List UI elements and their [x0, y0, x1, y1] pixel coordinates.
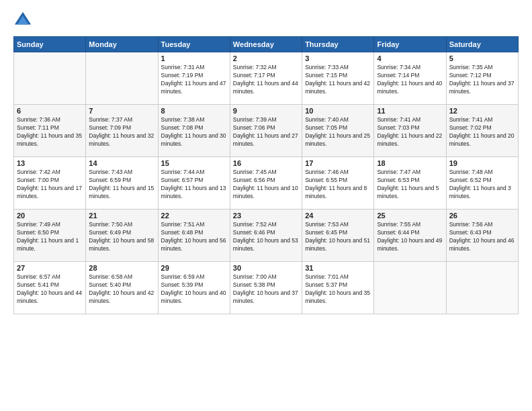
calendar-week-5: 27Sunrise: 6:57 AM Sunset: 5:41 PM Dayli…: [14, 262, 519, 314]
day-number: 17: [305, 159, 371, 167]
day-info: Sunrise: 7:40 AM Sunset: 7:05 PM Dayligh…: [305, 116, 371, 148]
day-number: 13: [17, 159, 83, 167]
day-info: Sunrise: 7:41 AM Sunset: 7:03 PM Dayligh…: [377, 116, 443, 148]
calendar-cell: 8Sunrise: 7:38 AM Sunset: 7:08 PM Daylig…: [158, 105, 230, 157]
day-number: 15: [161, 159, 227, 167]
calendar-week-3: 13Sunrise: 7:42 AM Sunset: 7:00 PM Dayli…: [14, 157, 519, 210]
calendar-cell: 7Sunrise: 7:37 AM Sunset: 7:09 PM Daylig…: [86, 105, 158, 157]
calendar-cell: 14Sunrise: 7:43 AM Sunset: 6:59 PM Dayli…: [86, 157, 158, 210]
day-number: 16: [233, 159, 299, 167]
day-info: Sunrise: 7:39 AM Sunset: 7:06 PM Dayligh…: [233, 116, 299, 148]
day-info: Sunrise: 7:43 AM Sunset: 6:59 PM Dayligh…: [89, 169, 154, 201]
weekday-header-thursday: Thursday: [302, 37, 374, 52]
calendar-cell: 28Sunrise: 6:58 AM Sunset: 5:40 PM Dayli…: [86, 262, 158, 314]
weekday-header-friday: Friday: [374, 37, 446, 52]
day-info: Sunrise: 7:01 AM Sunset: 5:37 PM Dayligh…: [305, 273, 371, 306]
day-number: 23: [233, 212, 299, 220]
calendar-cell: 30Sunrise: 7:00 AM Sunset: 5:38 PM Dayli…: [230, 262, 302, 314]
day-info: Sunrise: 6:59 AM Sunset: 5:39 PM Dayligh…: [161, 273, 227, 306]
page: SundayMondayTuesdayWednesdayThursdayFrid…: [0, 0, 532, 411]
weekday-header-row: SundayMondayTuesdayWednesdayThursdayFrid…: [14, 37, 519, 52]
day-info: Sunrise: 7:00 AM Sunset: 5:38 PM Dayligh…: [233, 273, 299, 306]
day-info: Sunrise: 7:38 AM Sunset: 7:08 PM Dayligh…: [161, 116, 227, 148]
day-info: Sunrise: 7:45 AM Sunset: 6:56 PM Dayligh…: [233, 169, 299, 201]
calendar-cell: 12Sunrise: 7:41 AM Sunset: 7:02 PM Dayli…: [446, 105, 518, 157]
day-info: Sunrise: 7:46 AM Sunset: 6:55 PM Dayligh…: [305, 169, 371, 201]
calendar-cell: [374, 262, 446, 314]
day-number: 22: [161, 212, 227, 220]
logo: [13, 11, 35, 30]
calendar-cell: 4Sunrise: 7:34 AM Sunset: 7:14 PM Daylig…: [374, 52, 446, 105]
day-number: 31: [305, 264, 371, 272]
day-info: Sunrise: 7:53 AM Sunset: 6:45 PM Dayligh…: [305, 221, 371, 253]
day-info: Sunrise: 7:51 AM Sunset: 6:48 PM Dayligh…: [161, 221, 227, 253]
calendar-cell: 20Sunrise: 7:49 AM Sunset: 6:50 PM Dayli…: [14, 210, 86, 262]
calendar-cell: 13Sunrise: 7:42 AM Sunset: 7:00 PM Dayli…: [14, 157, 86, 210]
calendar-cell: [86, 52, 158, 105]
day-number: 1: [161, 54, 227, 62]
calendar-cell: 27Sunrise: 6:57 AM Sunset: 5:41 PM Dayli…: [14, 262, 86, 314]
day-number: 5: [449, 54, 515, 62]
day-info: Sunrise: 7:42 AM Sunset: 7:00 PM Dayligh…: [17, 169, 83, 201]
day-info: Sunrise: 6:58 AM Sunset: 5:40 PM Dayligh…: [89, 273, 154, 306]
calendar-cell: 26Sunrise: 7:56 AM Sunset: 6:43 PM Dayli…: [446, 210, 518, 262]
day-number: 19: [449, 159, 515, 167]
day-info: Sunrise: 7:55 AM Sunset: 6:44 PM Dayligh…: [377, 221, 443, 253]
calendar-cell: 2Sunrise: 7:32 AM Sunset: 7:17 PM Daylig…: [230, 52, 302, 105]
day-info: Sunrise: 7:32 AM Sunset: 7:17 PM Dayligh…: [233, 64, 299, 96]
calendar-cell: 17Sunrise: 7:46 AM Sunset: 6:55 PM Dayli…: [302, 157, 374, 210]
day-info: Sunrise: 7:47 AM Sunset: 6:53 PM Dayligh…: [377, 169, 443, 201]
day-number: 26: [449, 212, 515, 220]
calendar-cell: 10Sunrise: 7:40 AM Sunset: 7:05 PM Dayli…: [302, 105, 374, 157]
day-number: 6: [17, 107, 83, 115]
day-info: Sunrise: 7:56 AM Sunset: 6:43 PM Dayligh…: [449, 221, 515, 253]
calendar-cell: 3Sunrise: 7:33 AM Sunset: 7:15 PM Daylig…: [302, 52, 374, 105]
day-info: Sunrise: 7:50 AM Sunset: 6:49 PM Dayligh…: [89, 221, 154, 253]
calendar-cell: 31Sunrise: 7:01 AM Sunset: 5:37 PM Dayli…: [302, 262, 374, 314]
day-number: 9: [233, 107, 299, 115]
weekday-header-saturday: Saturday: [446, 37, 518, 52]
calendar-cell: 1Sunrise: 7:31 AM Sunset: 7:19 PM Daylig…: [158, 52, 230, 105]
day-info: Sunrise: 7:35 AM Sunset: 7:12 PM Dayligh…: [449, 64, 515, 96]
day-number: 4: [377, 54, 443, 62]
weekday-header-sunday: Sunday: [14, 37, 86, 52]
calendar-cell: 18Sunrise: 7:47 AM Sunset: 6:53 PM Dayli…: [374, 157, 446, 210]
calendar-week-4: 20Sunrise: 7:49 AM Sunset: 6:50 PM Dayli…: [14, 210, 519, 262]
day-info: Sunrise: 7:37 AM Sunset: 7:09 PM Dayligh…: [89, 116, 154, 148]
calendar-cell: [446, 262, 518, 314]
day-number: 29: [161, 264, 227, 272]
calendar-cell: [14, 52, 86, 105]
day-number: 30: [233, 264, 299, 272]
day-info: Sunrise: 7:49 AM Sunset: 6:50 PM Dayligh…: [17, 221, 83, 253]
day-number: 7: [89, 107, 154, 115]
calendar-week-2: 6Sunrise: 7:36 AM Sunset: 7:11 PM Daylig…: [14, 105, 519, 157]
day-number: 14: [89, 159, 154, 167]
day-number: 27: [17, 264, 83, 272]
day-info: Sunrise: 7:31 AM Sunset: 7:19 PM Dayligh…: [161, 64, 227, 96]
weekday-header-wednesday: Wednesday: [230, 37, 302, 52]
day-info: Sunrise: 7:44 AM Sunset: 6:57 PM Dayligh…: [161, 169, 227, 201]
calendar-cell: 11Sunrise: 7:41 AM Sunset: 7:03 PM Dayli…: [374, 105, 446, 157]
calendar-cell: 21Sunrise: 7:50 AM Sunset: 6:49 PM Dayli…: [86, 210, 158, 262]
calendar-cell: 29Sunrise: 6:59 AM Sunset: 5:39 PM Dayli…: [158, 262, 230, 314]
day-number: 24: [305, 212, 371, 220]
day-number: 2: [233, 54, 299, 62]
logo-icon: [13, 11, 32, 30]
day-number: 11: [377, 107, 443, 115]
day-number: 8: [161, 107, 227, 115]
calendar-cell: 9Sunrise: 7:39 AM Sunset: 7:06 PM Daylig…: [230, 105, 302, 157]
calendar-table: SundayMondayTuesdayWednesdayThursdayFrid…: [13, 36, 519, 314]
calendar-cell: 23Sunrise: 7:52 AM Sunset: 6:46 PM Dayli…: [230, 210, 302, 262]
weekday-header-monday: Monday: [86, 37, 158, 52]
day-number: 25: [377, 212, 443, 220]
calendar-cell: 6Sunrise: 7:36 AM Sunset: 7:11 PM Daylig…: [14, 105, 86, 157]
day-number: 12: [449, 107, 515, 115]
calendar-cell: 22Sunrise: 7:51 AM Sunset: 6:48 PM Dayli…: [158, 210, 230, 262]
day-number: 10: [305, 107, 371, 115]
day-info: Sunrise: 7:48 AM Sunset: 6:52 PM Dayligh…: [449, 169, 515, 201]
day-number: 21: [89, 212, 154, 220]
day-info: Sunrise: 7:34 AM Sunset: 7:14 PM Dayligh…: [377, 64, 443, 96]
day-number: 28: [89, 264, 154, 272]
calendar-cell: 19Sunrise: 7:48 AM Sunset: 6:52 PM Dayli…: [446, 157, 518, 210]
day-info: Sunrise: 7:36 AM Sunset: 7:11 PM Dayligh…: [17, 116, 83, 148]
